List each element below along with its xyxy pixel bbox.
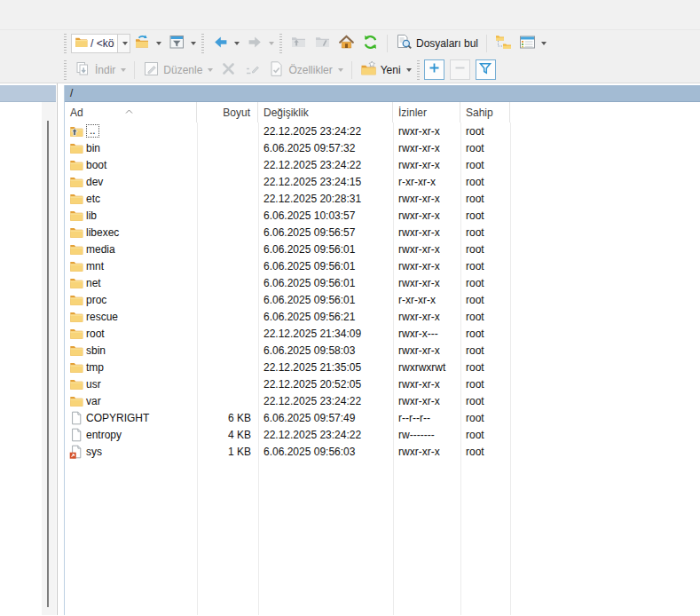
rename-button[interactable] [240,59,264,82]
open-directory-button[interactable] [130,32,165,55]
folder-icon [69,276,83,290]
file-name: sbin [86,344,106,357]
file-name: .. [86,124,99,138]
table-row[interactable]: sbin 6.06.2025 09:58:03 rwxr-xr-x root [65,342,700,359]
toolbar-grip[interactable] [417,60,420,80]
chevron-down-icon [234,42,240,45]
table-row[interactable]: bin 6.06.2025 09:57:32 rwxr-xr-x root [65,139,700,156]
forward-arrow-icon [247,34,263,53]
modified-cell: 22.12.2025 20:52:05 [258,378,393,391]
folder-icon [69,344,83,358]
file-name: media [86,243,115,256]
toolbar-grip[interactable] [201,34,204,53]
name-cell: tmp [65,360,197,375]
delete-button[interactable] [216,59,240,82]
folder-icon [69,209,83,223]
name-cell: entropy [65,428,197,442]
folder-icon [69,158,83,172]
table-row[interactable]: sys 1 KB 6.06.2025 09:56:03 rwxr-xr-x ro… [65,443,700,460]
owner-cell: root [460,142,510,154]
path-bar[interactable]: / [65,85,700,102]
download-label: İndir [95,64,115,76]
owner-cell: root [460,125,510,138]
owner-cell: root [460,243,510,256]
permissions-cell: r--r--r-- [393,412,460,424]
add-button[interactable] [424,59,444,80]
owner-cell: root [460,294,510,306]
edit-pencil-icon [143,60,160,80]
tree-scrollbar[interactable] [42,102,56,615]
plus-icon [428,61,441,78]
properties-button[interactable]: Özellikler [264,59,346,82]
new-button[interactable]: Yeni [357,59,415,82]
toolbar-separator [351,61,352,79]
filter-toggle-button[interactable] [476,59,496,80]
modified-cell: 6.06.2025 09:57:32 [258,142,393,154]
table-row[interactable]: tmp 22.12.2025 21:35:05 rwxrwxrwt root [65,359,700,375]
table-row[interactable]: var 22.12.2025 23:24:22 rwxr-xr-x root [65,392,700,409]
modified-cell: 6.06.2025 09:56:03 [258,446,393,458]
view-style-button[interactable] [515,32,550,55]
download-button[interactable]: İndir [71,59,130,82]
remote-path-combo[interactable]: / <kök> [71,33,130,54]
toolbar-grip[interactable] [64,60,67,80]
back-button[interactable] [208,32,243,55]
filter-button[interactable] [165,32,200,55]
name-cell: sys [65,445,197,459]
panel-divider[interactable] [57,83,58,615]
toolbar-grip[interactable] [279,34,282,53]
chevron-down-icon [208,68,213,72]
parent-folder-icon [69,124,83,138]
toolbar-grip[interactable] [64,34,67,53]
table-row[interactable]: rescue 6.06.2025 09:56:21 rwxr-xr-x root [65,308,700,325]
forward-button[interactable] [243,32,278,55]
remote-path-field[interactable]: / <kök> [71,34,117,53]
table-row[interactable]: lib 6.06.2025 10:03:57 rwxr-xr-x root [65,207,700,224]
name-cell: lib [65,209,197,223]
column-header-permissions[interactable]: İzinler [393,102,460,122]
modified-cell: 6.06.2025 10:03:57 [258,209,393,222]
remove-button[interactable] [450,59,470,80]
tree-panel-titlebar [0,85,56,102]
table-row[interactable]: .. 22.12.2025 23:24:22 rwxr-xr-x root [65,122,700,139]
chevron-down-icon [338,68,343,72]
table-row[interactable]: net 6.06.2025 09:56:01 rwxr-xr-x root [65,274,700,291]
modified-cell: 22.12.2025 21:35:05 [258,361,393,374]
column-header-modified[interactable]: Değişiklik [258,102,393,122]
chevron-down-icon [121,68,126,72]
home-directory-button[interactable] [334,32,358,55]
column-header-size[interactable]: Boyut [197,102,258,122]
modified-cell: 22.12.2025 20:28:31 [258,193,393,205]
tree-scrollbar-thumb[interactable] [47,121,49,607]
owner-cell: root [460,429,510,441]
directory-tree-button[interactable] [492,32,515,55]
table-row[interactable]: COPYRIGHT 6 KB 6.06.2025 09:57:49 r--r--… [65,409,700,426]
table-row[interactable]: dev 22.12.2025 23:24:15 r-xr-xr-x root [65,173,700,190]
edit-button[interactable]: Düzenle [139,59,216,82]
remote-path-dropdown-button[interactable] [117,34,130,53]
root-directory-button[interactable] [311,32,334,55]
symlink-file-icon [69,445,83,459]
table-row[interactable]: entropy 4 KB 22.12.2025 23:24:22 rw-----… [65,426,700,443]
table-row[interactable]: mnt 6.06.2025 09:56:01 rwxr-xr-x root [65,257,700,274]
permissions-cell: rwxrwxrwt [393,361,460,374]
table-row[interactable]: root 22.12.2025 21:34:09 rwxr-x--- root [65,325,700,342]
back-arrow-icon [212,34,229,53]
table-row[interactable]: media 6.06.2025 09:56:01 rwxr-xr-x root [65,241,700,257]
column-header-owner[interactable]: Sahip [460,102,510,122]
table-row[interactable]: usr 22.12.2025 20:52:05 rwxr-xr-x root [65,375,700,392]
table-row[interactable]: etc 22.12.2025 20:28:31 rwxr-xr-x root [65,190,700,207]
file-name: entropy [86,429,122,441]
find-files-button[interactable]: Dosyaları bul [392,32,482,55]
name-cell: media [65,242,197,257]
toolbar-separator [134,61,135,79]
table-row[interactable]: boot 22.12.2025 23:24:22 rwxr-xr-x root [65,156,700,173]
folder-icon [69,327,83,341]
parent-directory-button[interactable] [287,32,311,55]
table-row[interactable]: libexec 6.06.2025 09:56:57 rwxr-xr-x roo… [65,224,700,241]
name-cell: proc [65,293,197,307]
minus-icon [453,61,467,78]
table-row[interactable]: proc 6.06.2025 09:56:01 r-xr-xr-x root [65,291,700,308]
refresh-button[interactable] [358,32,382,55]
folder-icon [69,175,83,189]
